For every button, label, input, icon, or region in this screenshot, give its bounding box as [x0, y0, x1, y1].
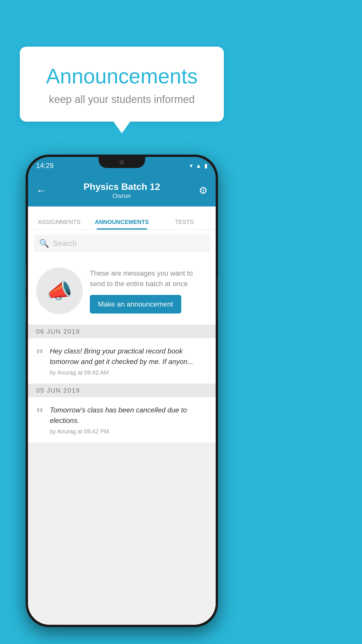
promo-icon-circle: 📣 — [36, 267, 83, 314]
announcement-meta-1: by Anurag at 09:42 AM — [50, 369, 208, 376]
quote-icon-1: " — [36, 347, 43, 362]
search-container: 🔍 Search — [28, 230, 216, 257]
tab-tests[interactable]: TESTS — [153, 219, 216, 230]
wifi-icon: ▾ — [190, 162, 193, 169]
status-icons: ▾ ▲ ▮ — [190, 162, 208, 169]
promo-card: 📣 These are messages you want to send to… — [28, 257, 216, 325]
date-separator-jun6: 06 JUN 2019 — [28, 325, 216, 338]
tab-assignments[interactable]: ASSIGNMENTS — [28, 219, 91, 230]
make-announcement-button[interactable]: Make an announcement — [90, 295, 181, 314]
back-button[interactable]: ← — [36, 184, 51, 197]
phone-frame: 14:29 ▾ ▲ ▮ ← Physics Batch 12 Owner ⚙ A… — [26, 155, 218, 627]
announcement-item-2[interactable]: " Tomorrow's class has been cancelled du… — [28, 397, 216, 443]
speech-bubble: Announcements keep all your students inf… — [20, 47, 224, 122]
search-icon: 🔍 — [39, 239, 49, 248]
announcement-body-1: Hey class! Bring your practical record b… — [50, 346, 208, 367]
signal-icon: ▲ — [196, 162, 201, 169]
settings-icon[interactable]: ⚙ — [193, 185, 208, 196]
announcement-text-1: Hey class! Bring your practical record b… — [50, 346, 208, 376]
promo-description: These are messages you want to send to t… — [90, 268, 208, 289]
app-bar: ← Physics Batch 12 Owner ⚙ — [28, 174, 216, 206]
announcement-meta-2: by Anurag at 05:42 PM — [50, 428, 208, 435]
speech-bubble-subtitle: keep all your students informed — [34, 93, 209, 106]
search-bar[interactable]: 🔍 Search — [34, 235, 210, 252]
tab-announcements[interactable]: ANNOUNCEMENTS — [91, 219, 153, 230]
front-camera — [119, 160, 124, 165]
volume-down-button[interactable] — [26, 298, 26, 321]
notch — [99, 157, 145, 168]
announcement-text-2: Tomorrow's class has been cancelled due … — [50, 405, 208, 435]
phone-screen: 14:29 ▾ ▲ ▮ ← Physics Batch 12 Owner ⚙ A… — [28, 157, 216, 625]
announcement-item-1[interactable]: " Hey class! Bring your practical record… — [28, 338, 216, 384]
power-button[interactable] — [217, 277, 218, 318]
app-bar-subtitle: Owner — [51, 192, 193, 200]
status-time: 14:29 — [36, 162, 54, 170]
tab-bar: ASSIGNMENTS ANNOUNCEMENTS TESTS — [28, 206, 216, 230]
search-placeholder: Search — [53, 239, 77, 248]
megaphone-icon: 📣 — [46, 279, 73, 303]
app-bar-title-container: Physics Batch 12 Owner — [51, 181, 193, 200]
volume-up-button[interactable] — [26, 265, 26, 289]
battery-icon: ▮ — [204, 162, 208, 169]
speech-bubble-title: Announcements — [34, 64, 209, 88]
content-area: 🔍 Search 📣 These are messages you want t… — [28, 230, 216, 625]
promo-text-area: These are messages you want to send to t… — [90, 268, 208, 314]
quote-icon-2: " — [36, 406, 43, 421]
app-bar-title: Physics Batch 12 — [51, 181, 193, 192]
announcement-body-2: Tomorrow's class has been cancelled due … — [50, 405, 208, 426]
date-separator-jun5: 05 JUN 2019 — [28, 384, 216, 397]
speech-bubble-container: Announcements keep all your students inf… — [20, 47, 224, 122]
